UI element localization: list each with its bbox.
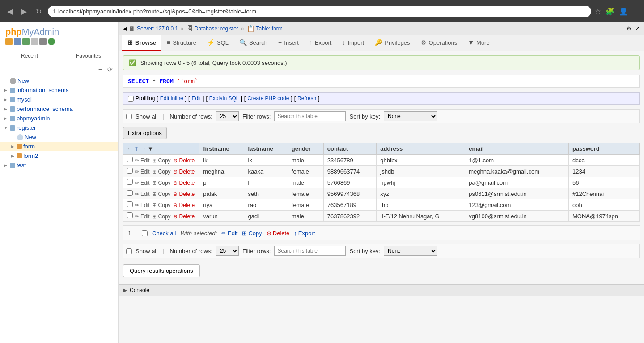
reload-button[interactable]: ↻ [33, 5, 44, 17]
num-rows-select[interactable]: 25 50 100 [216, 111, 239, 121]
row-checkbox-4[interactable] [127, 201, 133, 207]
bc-nav-left[interactable]: ◀ [123, 25, 127, 32]
edit-link-5[interactable]: ✏ Edit [135, 213, 150, 220]
tab-more[interactable]: ▼ More [462, 35, 495, 51]
tree-item-register-new[interactable]: New [0, 132, 118, 142]
check-all-checkbox[interactable] [142, 230, 148, 236]
address-bar[interactable]: ℹ localhost/phpmyadmin/index.php?route=/… [48, 6, 591, 17]
delete-link-4[interactable]: ⊖ Delete [173, 202, 195, 208]
console-label[interactable]: Console [130, 287, 149, 293]
sort-right-arrow[interactable]: → [140, 145, 146, 152]
star-icon[interactable]: ☆ [595, 7, 601, 16]
sort-down-icon[interactable]: ▼ [148, 145, 153, 152]
scroll-top-button[interactable]: ↑ [126, 229, 133, 237]
tree-item-form2[interactable]: ▶ form2 [0, 151, 118, 161]
th-firstname[interactable]: firstname [199, 143, 244, 155]
delete-link-1[interactable]: ⊖ Delete [173, 169, 195, 175]
th-contact[interactable]: contact [323, 143, 376, 155]
copy-link-4[interactable]: ⊞ Copy [152, 202, 170, 208]
delete-link-0[interactable]: ⊖ Delete [173, 157, 195, 164]
delete-link-5[interactable]: ⊖ Delete [173, 213, 195, 220]
refresh-link[interactable]: Refresh [297, 95, 316, 102]
tab-import[interactable]: ↓ Import [337, 35, 369, 51]
bottom-delete-link[interactable]: ⊖ Delete [267, 230, 290, 237]
row-checkbox-0[interactable] [127, 157, 133, 162]
sort-by-select[interactable]: None [384, 111, 437, 121]
collapse-all-button[interactable]: − [97, 65, 104, 74]
copy-link-2[interactable]: ⊞ Copy [152, 180, 170, 186]
copy-link-3[interactable]: ⊞ Copy [152, 191, 170, 197]
filter-rows-input[interactable] [274, 111, 346, 121]
logo-icon-gear[interactable] [39, 38, 47, 45]
edit-link-4[interactable]: ✏ Edit [135, 202, 150, 208]
extension-icon[interactable]: 🧩 [606, 7, 614, 16]
bottom-copy-link[interactable]: ⊞ Copy [242, 230, 262, 237]
sidebar-tab-recent[interactable]: Recent [0, 50, 59, 63]
tab-search[interactable]: 🔍 Search [234, 35, 273, 51]
logo-icon-db[interactable] [14, 38, 21, 45]
edit-link[interactable]: Edit [191, 95, 201, 102]
th-lastname[interactable]: lastname [244, 143, 288, 155]
bottom-show-all-checkbox[interactable] [126, 248, 132, 254]
bottom-sort-select[interactable]: None [384, 246, 437, 256]
copy-link-1[interactable]: ⊞ Copy [152, 169, 170, 175]
edit-link-1[interactable]: ✏ Edit [135, 169, 150, 175]
copy-link-5[interactable]: ⊞ Copy [152, 213, 170, 220]
profiling-checkbox[interactable] [128, 96, 134, 102]
th-password[interactable]: password [569, 143, 640, 155]
th-gender[interactable]: gender [288, 143, 323, 155]
edit-link-0[interactable]: ✏ Edit [135, 157, 150, 164]
tab-operations[interactable]: ⚙ Operations [415, 35, 463, 51]
edit-link-2[interactable]: ✏ Edit [135, 180, 150, 186]
bottom-num-rows-select[interactable]: 25 50 100 [216, 246, 239, 256]
tree-item-form[interactable]: ▶ form [0, 142, 118, 151]
tree-item-mysql[interactable]: ▶ mysql [0, 95, 118, 104]
delete-link-3[interactable]: ⊖ Delete [173, 191, 195, 197]
tab-browse[interactable]: ⊞ Browse [122, 35, 161, 51]
show-all-checkbox[interactable] [126, 114, 132, 119]
logo-icon-circle[interactable] [48, 38, 55, 45]
row-checkbox-2[interactable] [127, 179, 133, 185]
tab-sql[interactable]: ⚡ SQL [202, 35, 234, 51]
profile-icon[interactable]: 👤 [619, 7, 628, 16]
sort-left-arrow[interactable]: ← [127, 145, 133, 152]
tree-item-performance-schema[interactable]: ▶ performance_schema [0, 104, 118, 114]
tree-item-information-schema[interactable]: ▶ information_schema [0, 85, 118, 95]
row-checkbox-5[interactable] [127, 212, 133, 218]
delete-link-2[interactable]: ⊖ Delete [173, 180, 195, 186]
bottom-export-link[interactable]: ↑ Export [294, 230, 315, 237]
edit-inline-link[interactable]: Edit inline [160, 95, 183, 102]
row-checkbox-3[interactable] [127, 190, 133, 196]
th-email[interactable]: email [465, 143, 569, 155]
tree-item-register[interactable]: ▼ register [0, 123, 118, 132]
sidebar-tab-favourites[interactable]: Favourites [59, 50, 118, 63]
check-all-link[interactable]: Check all [152, 230, 176, 237]
tree-item-phpmyadmin[interactable]: ▶ phpmyadmin [0, 114, 118, 123]
row-checkbox-1[interactable] [127, 168, 133, 174]
bc-expand-icon[interactable]: ⤢ [635, 25, 640, 32]
extra-options-button[interactable]: Extra options [123, 127, 167, 139]
tab-privileges[interactable]: 🔑 Privileges [369, 35, 415, 51]
tree-item-new-top[interactable]: New [0, 76, 118, 85]
logo-icon-info[interactable] [22, 38, 30, 45]
tree-item-test[interactable]: ▶ test [0, 161, 118, 170]
query-results-button[interactable]: Query results operations [123, 264, 200, 277]
reload-sidebar-button[interactable]: ⟳ [106, 65, 114, 74]
th-address[interactable]: address [377, 143, 465, 155]
menu-icon[interactable]: ⋮ [632, 7, 640, 16]
breadcrumb-table[interactable]: Table: form [256, 25, 283, 32]
logo-icon-home[interactable] [5, 38, 13, 45]
explain-sql-link[interactable]: Explain SQL [209, 95, 239, 102]
breadcrumb-db[interactable]: Database: register [195, 25, 238, 32]
tree-label-new-top[interactable]: New [17, 77, 29, 84]
forward-button[interactable]: ▶ [19, 5, 30, 17]
tab-structure[interactable]: ≡ Structure [161, 35, 202, 51]
create-php-link[interactable]: Create PHP code [247, 95, 289, 102]
bottom-filter-input[interactable] [274, 246, 346, 256]
logo-icon-settings[interactable] [31, 38, 38, 45]
tab-insert[interactable]: + Insert [273, 35, 304, 51]
bottom-edit-link[interactable]: ✏ Edit [221, 230, 237, 237]
back-button[interactable]: ◀ [4, 5, 15, 17]
bc-settings-icon[interactable]: ⚙ [627, 25, 631, 32]
tab-export[interactable]: ↑ Export [304, 35, 337, 51]
